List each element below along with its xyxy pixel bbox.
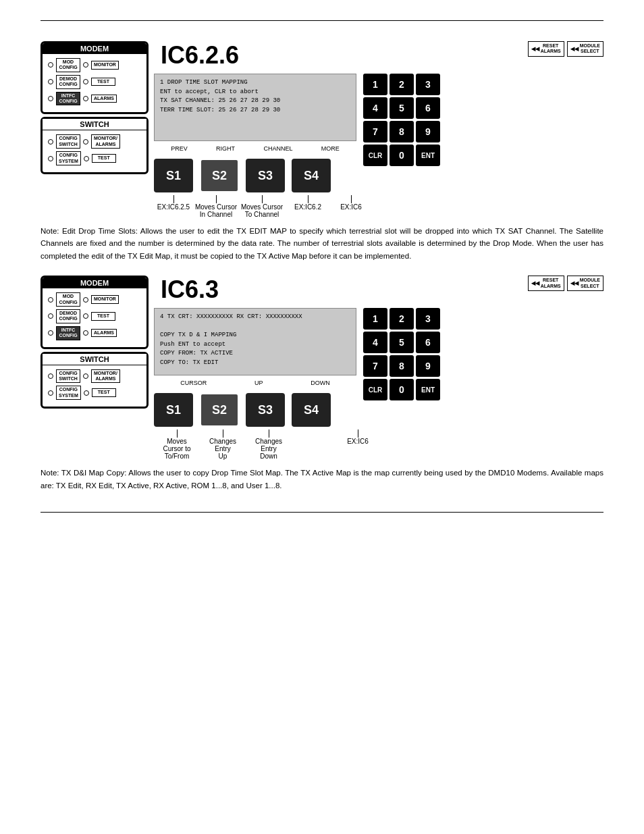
key-8-1[interactable]: 8 [390, 121, 414, 142]
note1: Note: Edit Drop Time Slots: Allows the u… [41, 225, 603, 262]
indicator-6a [48, 373, 53, 379]
key-7-1[interactable]: 7 [363, 121, 387, 142]
reset-alarms-btn-1[interactable]: ◀◀ RESET ALARMS [528, 41, 564, 57]
key-1-1[interactable]: 1 [363, 74, 387, 95]
s1-btn-2[interactable]: S1 [154, 393, 193, 427]
config-system-btn-1[interactable]: CONFIGSYSTEM [56, 151, 81, 165]
key-3-1[interactable]: 3 [416, 74, 440, 95]
reset-alarms-btn-2[interactable]: ◀◀ RESET ALARMS [528, 276, 564, 291]
mod-config-btn[interactable]: MODCONFIG [56, 58, 80, 72]
key-clr-2[interactable]: CLR [363, 379, 387, 400]
indicator-1a [48, 62, 53, 68]
switch-box-1: SWITCH CONFIGSWITCH MONITOR/ALARMS CONFI… [41, 117, 149, 174]
annot-label-entry-up: ChangesEntryUp [200, 438, 246, 460]
monitor-alarms-btn-1[interactable]: MONITOR/ALARMS [91, 134, 120, 149]
section1-heading: IC6.2.6 [161, 41, 239, 70]
s4-btn-2[interactable]: S4 [292, 393, 331, 427]
reset-icon-1: ◀◀ [531, 46, 539, 53]
s-buttons-row-1: S1 S2 S3 S4 [154, 159, 356, 192]
key-2-2[interactable]: 2 [390, 308, 414, 330]
modem-box-2: MODEM MODCONFIG MONITOR DEMODCONFIG TEST [41, 276, 149, 348]
left-panel-1: MODEM MODCONFIG MONITOR DEMODCONFIG TEST [41, 41, 149, 174]
indicator-2-3b [83, 330, 88, 336]
intfc-config-btn[interactable]: INTFCCONFIG [56, 92, 80, 106]
mod-config-btn-2[interactable]: MODCONFIG [56, 292, 80, 307]
modem-box-1: MODEM MODCONFIG MONITOR DEMODCONFIG TEST [41, 41, 149, 114]
key-ent-1[interactable]: ENT [416, 145, 440, 166]
modem-title-2: MODEM [43, 278, 146, 288]
key-9-2[interactable]: 9 [416, 355, 440, 377]
key-6-1[interactable]: 6 [416, 97, 440, 119]
s-buttons-row-2: S1 S2 S3 S4 [154, 393, 356, 427]
key-7-2[interactable]: 7 [363, 355, 387, 377]
test-btn-2[interactable]: TEST [91, 312, 115, 320]
key-1-2[interactable]: 1 [363, 308, 387, 330]
annot-label-entry-down: ChangesEntryDown [246, 438, 292, 460]
module-label-1: MODULE SELECT [580, 43, 600, 55]
annot-ex6-2: EX:IC6 [338, 429, 378, 445]
key-4-2[interactable]: 4 [363, 332, 387, 353]
modem-row-2-1: MODCONFIG MONITOR [48, 292, 141, 307]
indicator-2-3a [48, 330, 53, 336]
switch-title-2: SWITCH [43, 354, 146, 365]
indicator-2a [48, 79, 53, 84]
annot-entry-down: ChangesEntryDown [246, 429, 292, 460]
s3-btn-2[interactable]: S3 [246, 393, 285, 427]
key-ent-2[interactable]: ENT [416, 379, 440, 400]
monitor-btn-2[interactable]: MONITOR [91, 295, 119, 303]
annot-label-ex62: EX:IC6.2 [285, 203, 331, 211]
s4-btn-1[interactable]: S4 [292, 159, 331, 192]
annotations-row-2: MovesCursor toTo/From ChangesEntryUp Cha… [154, 429, 603, 460]
key-6-2[interactable]: 6 [416, 332, 440, 353]
config-system-btn-2[interactable]: CONFIGSYSTEM [56, 386, 81, 400]
test-btn-sw1[interactable]: TEST [92, 154, 116, 162]
monitor-btn-1[interactable]: MONITOR [91, 61, 119, 69]
module-select-btn-2[interactable]: ◀◀ MODULE SELECT [567, 276, 603, 291]
section2: MODEM MODCONFIG MONITOR DEMODCONFIG TEST [41, 276, 603, 492]
s2-btn-2[interactable]: S2 [200, 393, 239, 427]
key-3-2[interactable]: 3 [416, 308, 440, 330]
reset-icon-2: ◀◀ [531, 280, 539, 287]
test-btn-1[interactable]: TEST [91, 78, 115, 86]
indicator-2-1b [83, 297, 88, 303]
key-8-2[interactable]: 8 [390, 355, 414, 377]
demod-config-btn-2[interactable]: DEMODCONFIG [56, 309, 80, 323]
indicator-2-1a [48, 297, 53, 303]
key-5-2[interactable]: 5 [390, 332, 414, 353]
annot-label-ex6-1: EX:IC6 [331, 203, 371, 211]
screen-display-2: 4 TX CRT: XXXXXXXXXX RX CRT: XXXXXXXXXX … [154, 308, 356, 375]
key-5-1[interactable]: 5 [390, 97, 414, 119]
key-2-1[interactable]: 2 [390, 74, 414, 95]
config-switch-btn-2[interactable]: CONFIGSWITCH [56, 369, 80, 384]
module-select-btn-1[interactable]: ◀◀ MODULE SELECT [567, 41, 603, 57]
s1-btn-1[interactable]: S1 [154, 159, 193, 192]
screen-line-2-6: COPY TO: TX EDIT [160, 359, 350, 368]
intfc-config-btn-2[interactable]: INTFCCONFIG [56, 326, 80, 340]
screen-line-3: TX SAT CHANNEL: 25 26 27 28 29 30 [160, 97, 350, 106]
key-clr-1[interactable]: CLR [363, 145, 387, 166]
note2: Note: TX D&I Map Copy: Allows the user t… [41, 467, 603, 492]
alarms-btn-1[interactable]: ALARMS [91, 95, 117, 103]
key-0-2[interactable]: 0 [390, 379, 414, 400]
nav-channel: CHANNEL [263, 145, 292, 152]
demod-config-btn[interactable]: DEMODCONFIG [56, 75, 80, 89]
test-btn-sw2[interactable]: TEST [92, 388, 116, 396]
annot-moves-to: Moves CursorTo Channel [239, 195, 285, 218]
monitor-alarms-btn-2[interactable]: MONITOR/ALARMS [91, 369, 120, 384]
screen-line-2: ENT to accept, CLR to abort [160, 88, 350, 97]
switch-row-2-1: CONFIGSWITCH MONITOR/ALARMS [48, 369, 141, 384]
s3-btn-1[interactable]: S3 [246, 159, 285, 192]
screen-line-2-3: COPY TX D & I MAPPING [160, 331, 350, 340]
section2-heading: IC6.3 [161, 276, 219, 304]
alarms-btn-2[interactable]: ALARMS [91, 329, 117, 337]
key-9-1[interactable]: 9 [416, 121, 440, 142]
key-0-1[interactable]: 0 [390, 145, 414, 166]
keypad-2: 1 2 3 4 5 6 7 8 9 CLR 0 ENT [363, 308, 440, 400]
config-switch-btn-1[interactable]: CONFIGSWITCH [56, 134, 80, 149]
key-4-1[interactable]: 4 [363, 97, 387, 119]
nav-down: DOWN [311, 380, 330, 386]
indicator-2b [83, 79, 88, 84]
s2-btn-1[interactable]: S2 [200, 159, 239, 192]
module-icon-2: ◀◀ [570, 280, 579, 287]
annot-ex6-2: EX:IC6.2 [285, 195, 331, 211]
